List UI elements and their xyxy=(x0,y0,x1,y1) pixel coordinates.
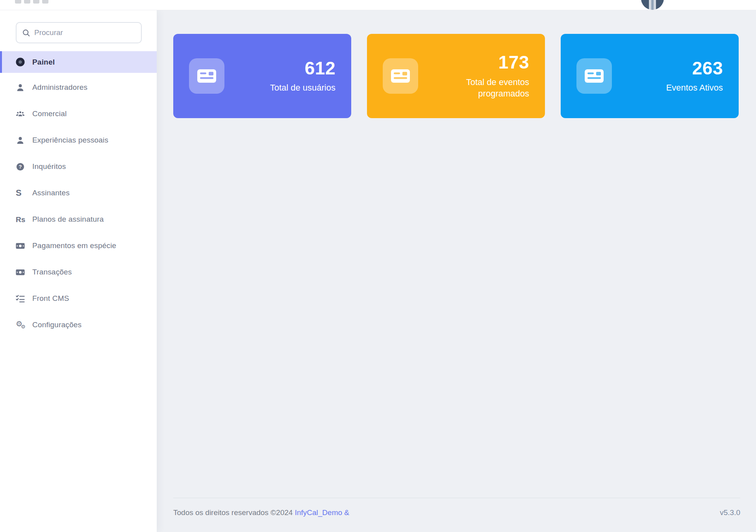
sidebar-item-comercial[interactable]: Comercial xyxy=(0,104,157,124)
stat-card-total-usuarios: 612 Total de usuários xyxy=(173,34,351,118)
footer: Todos os direitos reservados ©2024 InfyC… xyxy=(173,498,740,520)
sidebar-search xyxy=(16,22,142,43)
stat-value: 263 xyxy=(666,58,723,78)
sidebar-item-assinantes[interactable]: S Assinantes xyxy=(0,183,157,203)
sidebar-item-painel[interactable]: Painel xyxy=(0,51,157,73)
stat-card-eventos-ativos: 263 Eventos Ativos xyxy=(561,34,739,118)
sidebar-item-transacoes[interactable]: Transações xyxy=(0,262,157,282)
card-icon-tile xyxy=(189,58,224,94)
card-icon-tile xyxy=(576,58,612,94)
dashboard-donut-icon xyxy=(16,57,32,67)
stripe-s-icon: S xyxy=(16,189,32,197)
cash-icon xyxy=(16,241,32,250)
stat-value: 612 xyxy=(270,58,335,78)
search-input[interactable] xyxy=(34,28,135,37)
main-content: 612 Total de usuários 173 Total de event… xyxy=(157,10,756,532)
app-root: Painel Administradores Comercial Experiê… xyxy=(0,0,756,532)
question-circle-icon: ? xyxy=(16,162,32,171)
sidebar-item-experiencias-pessoais[interactable]: Experiências pessoais xyxy=(0,130,157,150)
card-icon-tile xyxy=(383,58,418,94)
stat-label: Total de usuários xyxy=(270,82,335,94)
body-row: Painel Administradores Comercial Experiê… xyxy=(0,10,756,532)
people-group-icon xyxy=(16,109,32,119)
person-icon xyxy=(16,136,32,145)
logo-square xyxy=(24,0,30,4)
search-icon xyxy=(22,29,30,37)
cash-icon xyxy=(16,268,32,277)
sidebar-item-pagamentos-em-especie[interactable]: Pagamentos em espécie xyxy=(0,236,157,256)
brand-link[interactable]: InfyCal_Demo & xyxy=(295,508,349,517)
sidebar-item-front-cms[interactable]: Front CMS xyxy=(0,289,157,308)
checklist-icon xyxy=(16,294,32,303)
stat-label: Total de eventos programados xyxy=(437,76,529,100)
gears-icon: ⚙⚙ xyxy=(16,320,32,330)
sidebar-item-administradores[interactable]: Administradores xyxy=(0,78,157,97)
sidebar-menu: Painel Administradores Comercial Experiê… xyxy=(0,51,157,335)
copyright-text: Todos os direitos reservados ©2024 xyxy=(173,508,293,517)
stat-value: 173 xyxy=(437,52,529,72)
stat-card-eventos-programados: 173 Total de eventos programados xyxy=(367,34,545,118)
stat-label: Eventos Ativos xyxy=(666,82,723,94)
rupee-icon: Rs xyxy=(16,216,32,223)
logo-square xyxy=(42,0,48,4)
credit-card-icon xyxy=(585,69,604,83)
svg-text:?: ? xyxy=(19,163,22,169)
sidebar-item-inqueritos[interactable]: ? Inquéritos xyxy=(0,157,157,176)
sidebar-item-configuracoes[interactable]: ⚙⚙ Configurações xyxy=(0,315,157,335)
stats-row: 612 Total de usuários 173 Total de event… xyxy=(173,34,740,118)
person-icon xyxy=(16,83,32,92)
user-avatar[interactable] xyxy=(641,0,664,10)
credit-card-icon xyxy=(197,69,216,83)
sidebar-item-planos-de-assinatura[interactable]: Rs Planos de assinatura xyxy=(0,209,157,229)
top-header xyxy=(0,0,756,10)
sidebar: Painel Administradores Comercial Experiê… xyxy=(0,10,157,532)
logo-square xyxy=(15,0,21,4)
logo-square xyxy=(33,0,39,4)
logo-placeholder xyxy=(15,0,48,4)
active-indicator-bar xyxy=(0,51,2,73)
version-text: v5.3.0 xyxy=(720,508,740,517)
credit-card-icon xyxy=(391,69,410,83)
